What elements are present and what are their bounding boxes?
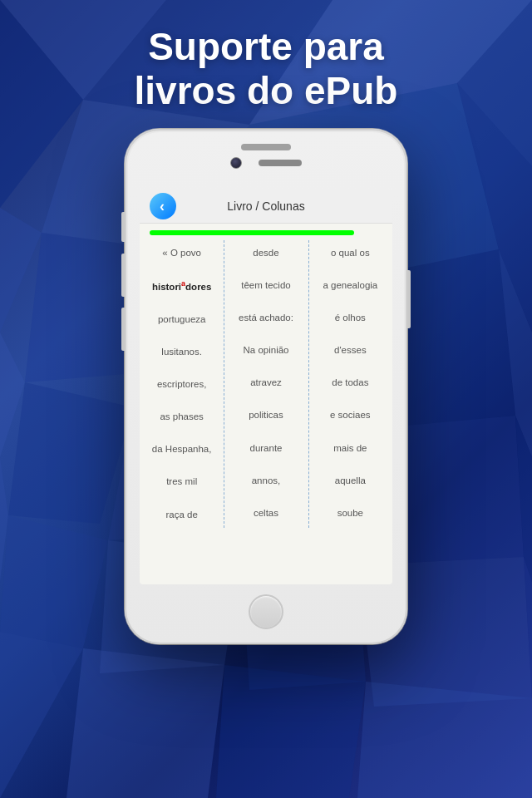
text-line xyxy=(349,327,352,343)
book-content: « O povo historiadores portugueza lusita… xyxy=(140,240,392,528)
text-line xyxy=(264,327,267,343)
book-column-2: desde têem tecido está achado: Na opiniã… xyxy=(224,244,308,525)
text-line: e sociaes xyxy=(330,407,371,424)
text-line: mais de xyxy=(333,441,367,457)
text-line: annos, xyxy=(252,473,281,490)
text-line: durante xyxy=(249,441,282,457)
earpiece-speaker xyxy=(241,144,291,150)
text-line xyxy=(180,393,183,410)
svg-marker-28 xyxy=(357,682,532,798)
text-line xyxy=(180,458,183,475)
col-divider-2 xyxy=(308,240,309,528)
screen: ‹ Livro / Colunas « O povo historiadores xyxy=(140,189,392,584)
text-line xyxy=(349,359,352,376)
text-line xyxy=(264,359,267,376)
text-line: Na opinião xyxy=(244,342,289,359)
phone-top-area xyxy=(183,144,349,169)
text-line: desde xyxy=(253,245,278,262)
text-line xyxy=(264,489,267,505)
text-line: aquella xyxy=(335,473,366,490)
text-line xyxy=(349,294,352,311)
home-button[interactable] xyxy=(249,594,283,629)
iphone-shell: ‹ Livro / Colunas « O povo historiadores xyxy=(125,129,407,644)
nav-bar: ‹ Livro / Colunas xyxy=(140,189,392,224)
book-column-1: « O povo historiadores portugueza lusita… xyxy=(140,244,224,525)
text-line xyxy=(349,392,352,408)
power-button xyxy=(407,270,411,328)
text-line: o qual os xyxy=(331,245,370,262)
text-line: tres mil xyxy=(166,474,197,490)
text-line: têem tecido xyxy=(241,278,290,294)
mute-button xyxy=(121,212,125,242)
text-line xyxy=(180,295,183,312)
svg-marker-26 xyxy=(66,648,224,798)
text-line: as phases xyxy=(160,409,203,426)
text-line: d'esses xyxy=(334,342,367,359)
text-line: da Hespanha, xyxy=(152,441,212,458)
text-line: é olhos xyxy=(335,310,366,327)
text-line: de todas xyxy=(332,375,368,392)
page-title: Suporte para livros do ePub xyxy=(0,25,532,113)
text-line xyxy=(264,294,267,311)
camera-row xyxy=(230,157,302,169)
title-area: Suporte para livros do ePub xyxy=(0,25,532,113)
text-line xyxy=(264,392,267,408)
progress-bar xyxy=(150,230,354,235)
volume-down-button xyxy=(121,308,125,351)
svg-marker-14 xyxy=(8,382,133,524)
text-line: soube xyxy=(337,505,363,522)
title-line2: livros do ePub xyxy=(0,69,532,113)
phone-mockup: ‹ Livro / Colunas « O povo historiadores xyxy=(125,129,407,644)
text-line xyxy=(180,328,183,345)
text-line xyxy=(349,424,352,441)
earpiece xyxy=(259,160,302,166)
text-line: está achado: xyxy=(239,310,293,327)
text-line xyxy=(349,262,352,278)
col-divider-1 xyxy=(224,240,224,528)
text-line-bold: historiadores xyxy=(152,278,211,295)
text-line xyxy=(349,489,352,505)
svg-marker-27 xyxy=(216,665,366,798)
back-button[interactable]: ‹ xyxy=(150,193,176,219)
text-line: atravez xyxy=(250,375,282,392)
book-column-3: o qual os a genealogia é olhos d'esses d… xyxy=(308,244,392,525)
text-line: « O povo xyxy=(162,245,201,262)
text-line xyxy=(264,262,267,278)
text-line: portugueza xyxy=(158,312,206,328)
front-camera xyxy=(230,157,242,169)
svg-marker-20 xyxy=(0,515,108,648)
text-line xyxy=(264,424,267,441)
text-line: escriptores, xyxy=(157,377,206,393)
text-line: celtas xyxy=(254,505,278,522)
volume-up-button xyxy=(121,254,125,297)
nav-title: Livro / Colunas xyxy=(140,200,392,213)
text-line: raça de xyxy=(165,507,197,524)
text-line: lusitanos. xyxy=(161,344,202,361)
title-line1: Suporte para xyxy=(0,25,532,69)
text-line xyxy=(180,426,183,442)
text-line xyxy=(264,456,267,473)
progress-bar-container xyxy=(140,224,392,240)
back-arrow-icon: ‹ xyxy=(160,199,165,214)
text-line xyxy=(180,490,183,507)
text-line xyxy=(349,456,352,473)
text-line xyxy=(180,262,183,278)
text-line: a genealogia xyxy=(323,278,377,294)
text-line xyxy=(180,361,183,377)
text-line: politicas xyxy=(249,407,283,424)
